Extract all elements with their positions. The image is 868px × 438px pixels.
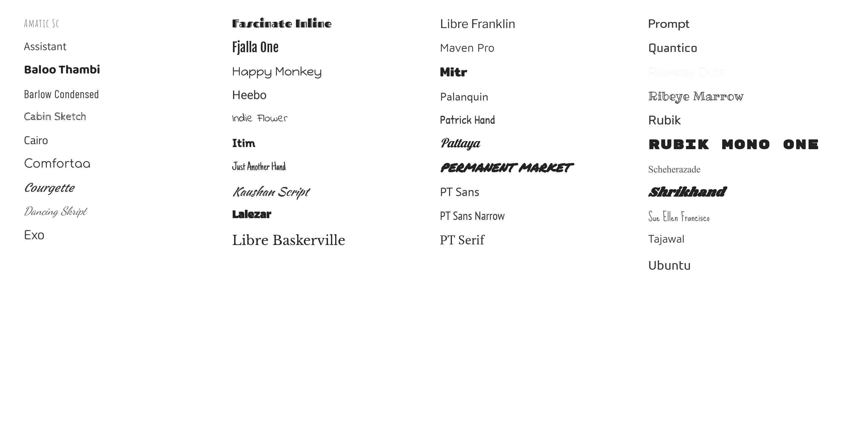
font-item-itim[interactable]: Itim	[229, 131, 431, 155]
font-item-rubik[interactable]: Rubik	[645, 108, 847, 132]
font-item-maven-pro[interactable]: Maven Pro	[437, 36, 639, 59]
font-item-pt-sans[interactable]: PT Sans	[437, 180, 639, 203]
font-item-courgette[interactable]: Courgette	[21, 176, 223, 200]
font-item-ubuntu[interactable]: Ubuntu	[645, 253, 847, 277]
font-item-palanquin[interactable]: Palanquin	[437, 84, 639, 107]
font-item-prompt[interactable]: Prompt	[645, 12, 847, 36]
font-item-baloo-thambi[interactable]: Baloo Thambi	[21, 58, 223, 82]
font-item-cabin-sketch[interactable]: Cabin Sketch	[21, 105, 223, 129]
font-item-assistant[interactable]: Assistant	[21, 35, 223, 58]
font-item-scheherazade[interactable]: Scheherazade	[645, 158, 847, 180]
font-item-pt-sans-narrow[interactable]: PT Sans Narrow	[437, 203, 639, 227]
font-item-pattaya[interactable]: Pattaya	[437, 131, 639, 156]
font-item-permanent-marker[interactable]: Permanent Market	[437, 156, 639, 180]
font-item-heebo[interactable]: Heebo	[229, 83, 431, 107]
font-grid: Amatic Sc Assistant Baloo Thambi Barlow …	[18, 12, 850, 277]
font-item-libre-franklin[interactable]: Libre Franklin	[437, 12, 639, 36]
font-item-sue-ellen-francisco[interactable]: Sue Ellen Francisco	[645, 206, 847, 229]
font-item-lalezar[interactable]: Lalezar	[229, 203, 431, 228]
font-item-shrikhand[interactable]: Shrikhand	[645, 180, 847, 205]
font-item-kaushan-script[interactable]: Kaushan Script	[229, 180, 431, 203]
font-item-pt-serif[interactable]: PT Serif	[437, 227, 639, 252]
font-item-amatic-sc[interactable]: Amatic Sc	[21, 12, 223, 35]
font-item-dancing-script[interactable]: Dancing Skript	[21, 200, 223, 223]
font-item-quantico[interactable]: Quantico	[645, 36, 847, 60]
font-item-patrick-hand[interactable]: Patrick Hand	[437, 107, 639, 131]
font-item-cairo[interactable]: Cairo	[21, 129, 223, 152]
font-item-barlow-condensed[interactable]: Barlow Condensed	[21, 82, 223, 106]
font-item-just-another-hand[interactable]: Just Another Hand	[229, 155, 431, 180]
font-column-3: Libre Franklin Maven Pro Mitr Palanquin …	[434, 12, 642, 277]
font-item-rubik-mono-one[interactable]: RUBIK MONO ONE	[645, 132, 847, 158]
font-item-libre-baskerville[interactable]: Libre Baskerville	[229, 228, 431, 253]
font-item-fascinate-inline[interactable]: Fascinate Inline	[229, 12, 431, 35]
font-item-mitr[interactable]: Mitr	[437, 59, 639, 84]
font-item-ribeye-marrow[interactable]: Ribeye Marrow	[645, 84, 847, 108]
font-item-exo[interactable]: Exo	[21, 223, 223, 247]
font-column-2: Fascinate Inline Fjalla One Happy Monkey…	[226, 12, 434, 277]
font-item-happy-monkey[interactable]: Happy Monkey	[229, 60, 431, 83]
font-column-1: Amatic Sc Assistant Baloo Thambi Barlow …	[18, 12, 226, 277]
font-item-tajawal[interactable]: Tajawal	[645, 229, 847, 253]
font-column-4: Prompt Quantico Raleway Dots Ribeye Marr…	[642, 12, 850, 277]
font-item-fjalla-one[interactable]: Fjalla One	[229, 35, 431, 60]
font-item-indie-flower[interactable]: Indie Flower	[229, 107, 431, 131]
font-item-raleway-dots[interactable]: Raleway Dots	[645, 60, 847, 84]
font-item-comfortaa[interactable]: Comfortaa	[21, 152, 223, 176]
